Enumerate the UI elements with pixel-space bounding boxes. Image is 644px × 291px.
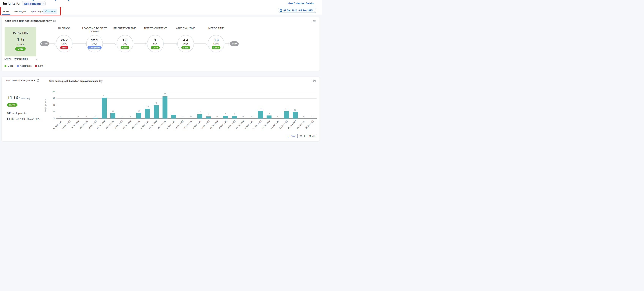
bar-26-dec-2024[interactable]: [223, 116, 228, 118]
bar-27-dec-2024[interactable]: [232, 116, 237, 118]
bar-18-dec-2024[interactable]: [154, 105, 159, 119]
bar-13-dec-2024[interactable]: [110, 113, 115, 118]
chart-settings-button[interactable]: [312, 20, 316, 23]
stage-badge: Acceptable: [88, 46, 102, 49]
stage-circle-merge-time: 3.9DaysGood: [208, 35, 224, 53]
date-range-picker[interactable]: 07 Dec 2024 - 05 Jan 2025: [278, 8, 316, 13]
view-toggle-week[interactable]: Week: [298, 134, 308, 138]
flow-arrowhead-icon: [144, 43, 147, 45]
stage-name-lead-time-to-first-commit: LEAD TIME TO FIRST COMMIT: [78, 27, 111, 33]
chevron-down-icon: [54, 11, 56, 12]
stage-badge: Good: [151, 46, 160, 49]
bar-value-label: 21: [283, 108, 290, 110]
bar-value-label: 17: [135, 110, 142, 112]
bar-19-dec-2024[interactable]: [162, 96, 168, 118]
bar-value-label: 0: [274, 115, 282, 118]
legend-swatch: [35, 65, 37, 67]
card-title: DORA LEAD TIME FOR CHANGES REPORT: [5, 20, 52, 22]
status-legend: GoodAcceptableSlow: [4, 65, 43, 67]
show-value: Average time: [14, 58, 28, 60]
bar-03-jan-2025[interactable]: [293, 112, 298, 118]
bar-02-jan-2025[interactable]: [284, 111, 289, 118]
top-bar: Insights for All Products View Collectio…: [0, 0, 322, 15]
bar-12-dec-2024[interactable]: [102, 98, 107, 118]
bar-17-dec-2024[interactable]: [145, 109, 150, 118]
stage-value: 12.1: [91, 38, 98, 42]
bar-16-dec-2024[interactable]: [136, 113, 141, 119]
deployments-bar-chart: Deployments 020406080007 Dec 2024008 Dec…: [2, 77, 320, 141]
bar-value-label: 40: [152, 102, 160, 104]
stage-badge: Good: [181, 46, 190, 49]
stage-value: 24.7: [61, 38, 68, 42]
bar-value-label: 9: [265, 112, 273, 115]
flow-arrowhead-icon: [114, 43, 116, 45]
sliders-icon: [312, 20, 316, 23]
gridline: [56, 98, 317, 99]
stage-unit: Days: [183, 42, 188, 45]
tab-dev-insights[interactable]: Dev Insights: [14, 8, 26, 15]
more-tabs-dropdown[interactable]: +3 more: [43, 9, 57, 14]
x-tick-text: 19 Dec 2024: [157, 120, 167, 130]
x-tick-text: 17 Dec 2024: [140, 120, 149, 130]
calendar-icon: [280, 9, 282, 12]
stage-badge: Good: [212, 46, 220, 49]
tab-dora[interactable]: DORA: [3, 8, 10, 15]
chevron-down-icon: [314, 10, 315, 11]
stage-circle-approval-time: 4.4DaysGood: [177, 35, 194, 53]
legend-item-acceptable: Acceptable: [17, 65, 32, 67]
view-toggle-month[interactable]: Month: [307, 134, 317, 138]
x-tick-text: 26 Dec 2024: [218, 120, 228, 130]
x-tick-text: 12 Dec 2024: [96, 120, 106, 130]
stage-badge: Good: [120, 46, 129, 49]
x-tick-text: 28 Dec 2024: [235, 120, 245, 130]
dora-lead-time-card: DORA LEAD TIME FOR CHANGES REPORT i TOTA…: [2, 17, 320, 71]
flow-arrowhead-icon: [84, 43, 86, 45]
bar-value-label: 0: [83, 115, 90, 118]
stage-badge: Slow: [60, 46, 68, 49]
bar-24-dec-2024[interactable]: [206, 116, 211, 119]
bar-value-label: 0: [126, 115, 134, 118]
show-label: Show:: [4, 58, 11, 60]
x-tick-text: 23 Dec 2024: [192, 120, 201, 130]
stage-name-approval-time: APPROVAL TIME: [169, 27, 202, 30]
stage-circle-pr-creation-time: 1.6DayGood: [116, 35, 133, 53]
legend-label: Good: [8, 65, 14, 67]
bar-value-label: 11: [170, 112, 177, 114]
bar-value-label: 62: [100, 94, 108, 97]
info-icon[interactable]: i: [53, 20, 56, 22]
product-selector-dropdown[interactable]: All Products: [22, 1, 46, 6]
view-toggle-day[interactable]: Day: [288, 134, 298, 138]
view-collection-details-link[interactable]: View Collection Details: [288, 2, 314, 5]
y-tick-label: 40: [45, 104, 55, 106]
stage-unit: Days: [92, 42, 97, 45]
show-metric-dropdown[interactable]: Show: Average time: [4, 58, 37, 60]
x-tick-text: 31 Dec 2024: [261, 120, 271, 130]
legend-swatch: [4, 65, 6, 67]
date-range-value: 07 Dec 2024 - 05 Jan 2025: [284, 9, 312, 12]
bar-20-dec-2024[interactable]: [171, 115, 176, 118]
bar-23-dec-2024[interactable]: [197, 114, 202, 118]
tab-sprint-insights[interactable]: Sprint Insights: [30, 8, 45, 15]
total-time-badge: Good: [15, 47, 26, 51]
x-tick-text: 24 Dec 2024: [200, 120, 210, 130]
stage-unit: Day: [153, 42, 158, 45]
bar-value-label: 0: [248, 115, 256, 118]
deployment-frequency-card: DEPLOYMENT FREQUENCY i Time series graph…: [2, 77, 320, 142]
chevron-down-icon: [42, 3, 44, 4]
total-time-label: TOTAL TIME: [13, 31, 28, 34]
stage-value: 4.4: [183, 38, 188, 42]
y-tick-label: 0: [45, 117, 55, 119]
cropped-content-fragment: [33, 0, 34, 1]
flow-start-pill: START: [40, 41, 49, 46]
total-time-unit: month: [17, 43, 24, 46]
bar-value-label: 0: [178, 115, 186, 118]
bar-30-dec-2024[interactable]: [258, 111, 263, 119]
bar-value-label: 7: [231, 113, 238, 115]
bar-31-dec-2024[interactable]: [266, 116, 272, 119]
x-tick-text: 10 Dec 2024: [79, 120, 88, 130]
x-tick-text: 18 Dec 2024: [148, 120, 158, 130]
flow-arrowhead-icon: [205, 43, 208, 45]
more-tabs-label: +3 more: [45, 10, 53, 13]
gridline: [56, 105, 317, 105]
bar-11-dec-2024[interactable]: [93, 118, 98, 119]
